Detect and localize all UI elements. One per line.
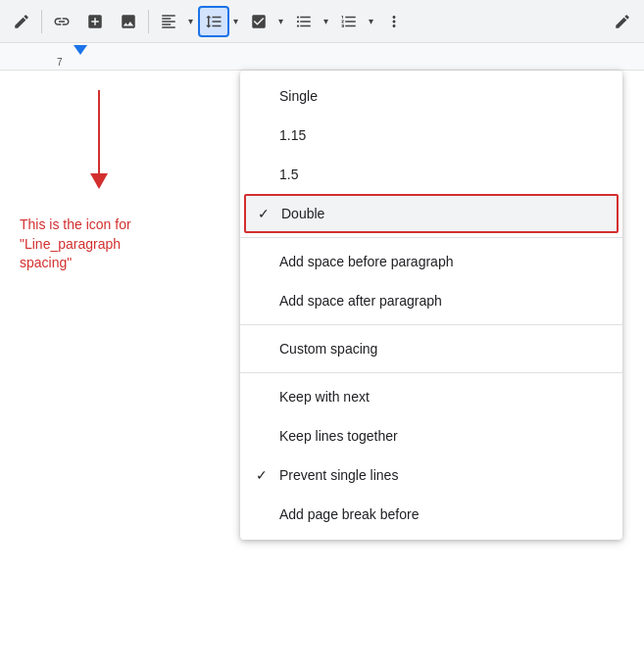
menu-item-double[interactable]: ✓ Double — [244, 194, 619, 233]
check-space-after — [256, 293, 279, 309]
menu-label-double: Double — [281, 206, 605, 221]
link-button[interactable] — [46, 6, 77, 37]
divider-1 — [41, 10, 42, 33]
checklist-button[interactable] — [243, 6, 274, 37]
menu-item-page-break[interactable]: Add page break before — [240, 495, 622, 534]
divider-after-custom — [240, 372, 622, 373]
menu-label-custom-spacing: Custom spacing — [279, 341, 607, 357]
annotation-line-3: spacing" — [20, 255, 72, 270]
annotation-line-2: "Line_paragraph — [20, 236, 121, 252]
menu-item-keep-next[interactable]: Keep with next — [240, 377, 622, 416]
menu-item-keep-lines[interactable]: Keep lines together — [240, 416, 622, 455]
right-edit-button[interactable] — [607, 6, 638, 37]
check-page-break — [256, 506, 279, 522]
menu-item-prevent-single[interactable]: ✓ Prevent single lines — [240, 455, 622, 495]
menu-label-space-after: Add space after paragraph — [279, 293, 607, 309]
numbered-list-button[interactable] — [333, 6, 365, 37]
check-custom — [256, 341, 279, 357]
check-keep-lines — [256, 428, 279, 444]
align-button[interactable] — [153, 6, 184, 37]
menu-label-keep-next: Keep with next — [279, 389, 607, 405]
checklist-group: ▾ — [243, 6, 286, 37]
bullet-list-button[interactable] — [288, 6, 320, 37]
check-1-5 — [256, 167, 279, 182]
align-dropdown-button[interactable]: ▾ — [184, 6, 196, 37]
numbered-list-group: ▾ — [333, 6, 376, 37]
arrow-line — [98, 90, 100, 178]
line-spacing-dropdown-menu: Single 1.15 1.5 ✓ Double Add space befor… — [240, 71, 622, 540]
menu-label-prevent-single: Prevent single lines — [279, 467, 607, 483]
menu-item-1-5[interactable]: 1.5 — [240, 155, 622, 194]
line-spacing-dropdown-button[interactable]: ▾ — [229, 6, 241, 37]
check-single — [256, 88, 279, 104]
ruler-numbers: 7 — [0, 57, 106, 68]
annotation-line-1: This is the icon for — [20, 216, 131, 232]
annotation-arrow — [78, 90, 137, 208]
annotation-text: This is the icon for "Line_paragraph spa… — [20, 215, 131, 273]
check-keep-next — [256, 389, 279, 405]
ruler-num-7: 7 — [57, 57, 106, 68]
numbered-list-dropdown-arrow: ▾ — [369, 16, 373, 26]
bullet-list-dropdown-button[interactable]: ▾ — [320, 6, 331, 37]
divider-after-space — [240, 324, 622, 325]
left-panel: This is the icon for "Line_paragraph spa… — [0, 71, 240, 670]
check-1-15 — [256, 127, 279, 143]
menu-item-space-after[interactable]: Add space after paragraph — [240, 281, 622, 320]
line-spacing-button[interactable] — [198, 6, 229, 37]
check-prevent-single: ✓ — [256, 467, 279, 483]
more-options-button[interactable] — [378, 6, 410, 37]
align-dropdown-arrow: ▾ — [188, 16, 193, 26]
checklist-dropdown-button[interactable]: ▾ — [274, 6, 286, 37]
menu-item-space-before[interactable]: Add space before paragraph — [240, 242, 622, 281]
menu-item-single[interactable]: Single — [240, 76, 622, 116]
ruler: 7 — [0, 43, 644, 71]
numbered-list-dropdown-button[interactable]: ▾ — [365, 6, 376, 37]
align-group: ▾ — [153, 6, 196, 37]
menu-label-single: Single — [279, 88, 607, 104]
menu-item-1-15[interactable]: 1.15 — [240, 116, 622, 155]
check-space-before — [256, 254, 279, 269]
image-button[interactable] — [113, 6, 144, 37]
bullet-list-group: ▾ — [288, 6, 331, 37]
divider-2 — [148, 10, 149, 33]
checklist-dropdown-arrow: ▾ — [278, 16, 283, 26]
content-area: This is the icon for "Line_paragraph spa… — [0, 71, 644, 670]
ruler-marker — [74, 45, 87, 55]
line-spacing-group: ▾ — [198, 6, 241, 37]
menu-label-keep-lines: Keep lines together — [279, 428, 607, 444]
arrow-head — [90, 173, 108, 189]
menu-label-1-15: 1.15 — [279, 127, 607, 143]
menu-label-page-break: Add page break before — [279, 506, 607, 522]
edit-icon-button[interactable] — [6, 6, 37, 37]
menu-label-1-5: 1.5 — [279, 167, 607, 182]
insert-button[interactable] — [79, 6, 111, 37]
toolbar: ▾ ▾ ▾ ▾ ▾ — [0, 0, 644, 43]
menu-label-space-before: Add space before paragraph — [279, 254, 607, 269]
divider-after-double — [240, 237, 622, 238]
line-spacing-dropdown-arrow: ▾ — [233, 16, 238, 26]
bullet-list-dropdown-arrow: ▾ — [323, 16, 328, 26]
check-double: ✓ — [258, 206, 281, 221]
menu-item-custom-spacing[interactable]: Custom spacing — [240, 329, 622, 368]
